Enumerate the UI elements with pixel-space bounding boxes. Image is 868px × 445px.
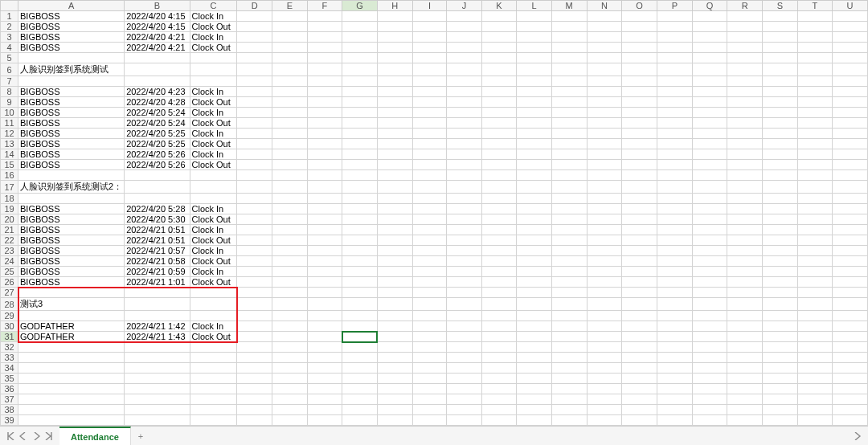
cell-U36[interactable]: [833, 384, 868, 394]
cell-O8[interactable]: [622, 87, 657, 97]
cell-G2[interactable]: [342, 22, 378, 32]
cell-Q34[interactable]: [692, 363, 727, 374]
cell-H21[interactable]: [377, 225, 412, 235]
cell-D28[interactable]: [237, 298, 272, 311]
cell-L32[interactable]: [517, 342, 551, 353]
cell-R31[interactable]: [727, 332, 763, 342]
cell-E1[interactable]: [272, 11, 308, 22]
cell-P18[interactable]: [657, 194, 693, 204]
cell-Q9[interactable]: [692, 97, 727, 108]
cell-M35[interactable]: [551, 374, 587, 384]
cell-P10[interactable]: [657, 108, 693, 118]
cell-F18[interactable]: [307, 194, 342, 204]
cell-F29[interactable]: [307, 311, 342, 321]
cell-R16[interactable]: [727, 170, 763, 181]
cell-H4[interactable]: [377, 43, 412, 53]
cell-C18[interactable]: [190, 194, 237, 204]
cell-C34[interactable]: [190, 363, 237, 374]
cell-M13[interactable]: [551, 139, 587, 149]
cell-L8[interactable]: [517, 87, 551, 97]
cell-M18[interactable]: [551, 194, 587, 204]
cell-C30[interactable]: Clock In: [190, 321, 237, 332]
cell-I22[interactable]: [412, 235, 447, 246]
cell-O25[interactable]: [622, 267, 657, 277]
cell-K13[interactable]: [481, 139, 517, 149]
cell-J38[interactable]: [447, 405, 481, 415]
row-header-13[interactable]: 13: [1, 139, 18, 149]
cell-M37[interactable]: [551, 394, 587, 405]
cell-H5[interactable]: [377, 53, 412, 63]
cell-M3[interactable]: [551, 32, 587, 43]
cell-F14[interactable]: [307, 149, 342, 160]
cell-T28[interactable]: [797, 298, 832, 311]
cell-T1[interactable]: [797, 11, 832, 22]
cell-O31[interactable]: [622, 332, 657, 342]
cell-L7[interactable]: [517, 76, 551, 87]
cell-I28[interactable]: [412, 298, 447, 311]
cell-Q8[interactable]: [692, 87, 727, 97]
cell-H31[interactable]: [377, 332, 412, 342]
cell-U29[interactable]: [833, 311, 868, 321]
cell-U38[interactable]: [833, 405, 868, 415]
cell-I33[interactable]: [412, 353, 447, 363]
cell-K22[interactable]: [481, 235, 517, 246]
cell-O33[interactable]: [622, 353, 657, 363]
cell-B32[interactable]: [125, 342, 190, 353]
cell-I25[interactable]: [412, 267, 447, 277]
cell-E26[interactable]: [272, 277, 308, 288]
sheet-tab-attendance[interactable]: Attendance: [59, 427, 131, 445]
col-header-O[interactable]: O: [622, 1, 657, 11]
cell-H39[interactable]: [377, 415, 412, 426]
cell-S21[interactable]: [763, 225, 798, 235]
cell-M29[interactable]: [551, 311, 587, 321]
cell-O15[interactable]: [622, 160, 657, 170]
cell-S29[interactable]: [763, 311, 798, 321]
col-header-F[interactable]: F: [307, 1, 342, 11]
cell-N14[interactable]: [587, 149, 622, 160]
cell-I39[interactable]: [412, 415, 447, 426]
cell-G9[interactable]: [342, 97, 378, 108]
cell-L23[interactable]: [517, 246, 551, 256]
tab-prev-icon[interactable]: [18, 431, 29, 442]
cell-Q19[interactable]: [692, 204, 727, 214]
col-header-N[interactable]: N: [587, 1, 622, 11]
row-header-38[interactable]: 38: [1, 405, 18, 415]
cell-J30[interactable]: [447, 321, 481, 332]
row-header-7[interactable]: 7: [1, 76, 18, 87]
cell-S26[interactable]: [763, 277, 798, 288]
cell-P32[interactable]: [657, 342, 693, 353]
cell-E15[interactable]: [272, 160, 308, 170]
cell-N3[interactable]: [587, 32, 622, 43]
cell-E7[interactable]: [272, 76, 308, 87]
cell-Q24[interactable]: [692, 256, 727, 267]
cell-S36[interactable]: [763, 384, 798, 394]
cell-D18[interactable]: [237, 194, 272, 204]
cell-A21[interactable]: BIGBOSS: [18, 225, 125, 235]
cell-O3[interactable]: [622, 32, 657, 43]
row-header-27[interactable]: 27: [1, 288, 18, 298]
cell-I38[interactable]: [412, 405, 447, 415]
cell-I14[interactable]: [412, 149, 447, 160]
cell-G21[interactable]: [342, 225, 378, 235]
cell-L39[interactable]: [517, 415, 551, 426]
cell-F38[interactable]: [307, 405, 342, 415]
cell-T3[interactable]: [797, 32, 832, 43]
cell-Q3[interactable]: [692, 32, 727, 43]
cell-C26[interactable]: Clock Out: [190, 277, 237, 288]
row-header-17[interactable]: 17: [1, 181, 18, 194]
cell-R8[interactable]: [727, 87, 763, 97]
cell-T9[interactable]: [797, 97, 832, 108]
cell-U22[interactable]: [833, 235, 868, 246]
cell-F9[interactable]: [307, 97, 342, 108]
cell-U24[interactable]: [833, 256, 868, 267]
cell-A27[interactable]: [18, 288, 125, 298]
cell-L15[interactable]: [517, 160, 551, 170]
cell-E30[interactable]: [272, 321, 308, 332]
cell-P36[interactable]: [657, 384, 693, 394]
cell-M20[interactable]: [551, 214, 587, 225]
cell-B22[interactable]: 2022/4/21 0:51: [125, 235, 190, 246]
cell-J15[interactable]: [447, 160, 481, 170]
cell-G32[interactable]: [342, 342, 378, 353]
cell-E32[interactable]: [272, 342, 308, 353]
cell-G14[interactable]: [342, 149, 378, 160]
